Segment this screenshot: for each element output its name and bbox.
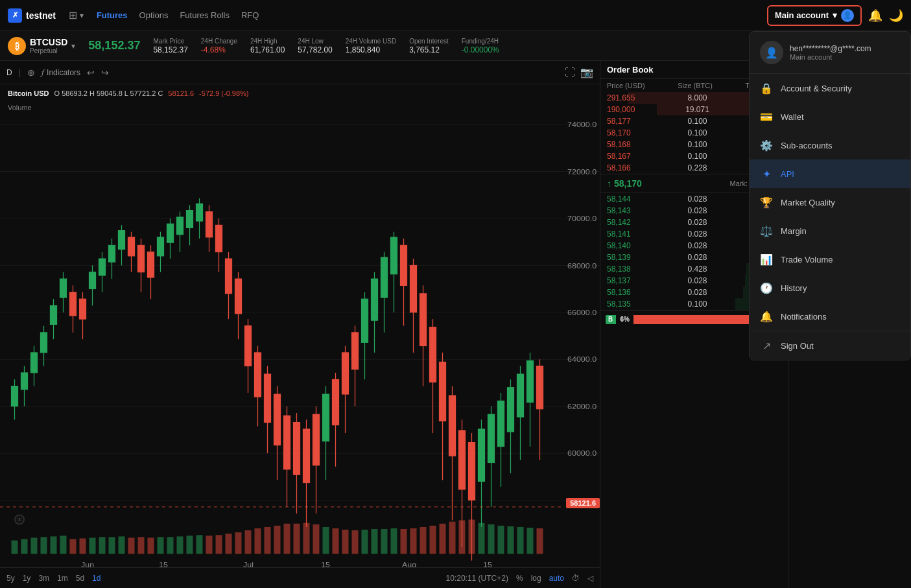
dd-item-margin[interactable]: ⚖️ Margin: [750, 217, 910, 245]
svg-rect-43: [128, 237, 135, 256]
sell-price: 58,168: [607, 140, 652, 149]
svg-rect-155: [206, 535, 213, 554]
dd-item-notifications[interactable]: 🔔 Notifications: [750, 302, 910, 331]
sell-price: 58,166: [607, 163, 652, 172]
fullscreen-icon[interactable]: ⛶: [565, 67, 575, 78]
svg-rect-63: [226, 259, 232, 294]
dropdown-user-email: hen*********@g****.com: [790, 44, 871, 53]
account-security-icon: 🔒: [760, 82, 773, 95]
crosshair-icon[interactable]: ⊕: [27, 67, 35, 78]
svg-text:74000.0: 74000.0: [567, 121, 597, 128]
chart-area: D | ⊕ 𝑓 Indicators ↩ ↪ ⛶ 📷 Bitcoin USD O…: [0, 61, 600, 588]
dd-item-account-security[interactable]: 🔒 Account & Security: [750, 74, 910, 102]
svg-rect-149: [148, 537, 154, 554]
high-label: 24H High: [250, 38, 285, 45]
nav-link-rfq[interactable]: RFQ: [241, 10, 259, 20]
svg-rect-189: [537, 528, 543, 554]
log-label[interactable]: log: [531, 574, 541, 583]
timeframe-1d[interactable]: 1d: [92, 574, 101, 583]
dd-item-history[interactable]: 🕐 History: [750, 274, 910, 302]
dd-item-trade-volume[interactable]: 📊 Trade Volume: [750, 245, 910, 274]
volume-value: 1,850,840: [346, 45, 396, 54]
chart-toolbar: D | ⊕ 𝑓 Indicators ↩ ↪ ⛶ 📷: [0, 61, 600, 84]
svg-rect-87: [342, 353, 349, 394]
wallet-icon: 💳: [760, 110, 773, 123]
nav-link-options[interactable]: Options: [139, 10, 169, 20]
funding-label: Funding/24H: [462, 38, 499, 45]
svg-rect-152: [177, 536, 183, 554]
svg-rect-174: [391, 528, 397, 554]
timeframe-1y[interactable]: 1y: [23, 574, 31, 583]
ticker-symbol[interactable]: ₿ BTCUSD Perpetual ▾: [8, 37, 75, 55]
dd-item-sub-accounts[interactable]: ⚙️ Sub-accounts: [750, 131, 910, 159]
dd-item-wallet[interactable]: 💳 Wallet: [750, 102, 910, 131]
undo-icon[interactable]: ↩: [87, 67, 95, 78]
svg-text:Jun: Jun: [81, 561, 94, 567]
nav-link-futures[interactable]: Futures: [97, 10, 128, 20]
buy-size: 0.028: [675, 241, 720, 250]
logo[interactable]: ✗ testnet: [8, 8, 56, 23]
svg-text:66000.0: 66000.0: [567, 309, 597, 316]
svg-rect-117: [488, 414, 495, 462]
chart-ohlc-values: O 58693.2 H 59045.8 L 57721.2 C: [54, 89, 163, 97]
svg-rect-97: [391, 237, 397, 274]
svg-rect-69: [255, 353, 261, 397]
main-account-button[interactable]: Main account ▾ 👤: [767, 5, 862, 26]
svg-rect-103: [420, 294, 427, 346]
nav-link-futures-rolls[interactable]: Futures Rolls: [180, 10, 230, 20]
account-dropdown: 👤 hen*********@g****.com Main account 🔒 …: [749, 31, 911, 360]
ob-col-size: Size (BTC): [678, 82, 713, 89]
timeframe-1m[interactable]: 1m: [57, 574, 68, 583]
svg-rect-115: [479, 429, 485, 482]
svg-text:68000.0: 68000.0: [567, 262, 597, 269]
chart-svg: 74000.0 72000.0 70000.0 68000.0 66000.0 …: [0, 84, 600, 567]
dropdown-user-info: hen*********@g****.com Main account: [790, 44, 871, 61]
indicators-label: Indicators: [47, 68, 80, 77]
chart-ohlc-info: Bitcoin USD O 58693.2 H 59045.8 L 57721.…: [8, 89, 249, 97]
svg-rect-140: [60, 535, 67, 554]
svg-rect-33: [80, 299, 86, 319]
svg-rect-71: [265, 374, 271, 423]
dd-label-api: API: [781, 169, 794, 179]
svg-rect-145: [109, 537, 115, 554]
dd-item-market-quality[interactable]: 🏆 Market Quality: [750, 188, 910, 217]
chart-volume-label: Volume: [8, 104, 32, 112]
svg-rect-19: [12, 386, 18, 406]
dd-item-sign-out[interactable]: ↗ Sign Out: [750, 331, 910, 360]
svg-rect-156: [216, 535, 222, 554]
svg-rect-181: [459, 521, 466, 554]
timeframe-5d[interactable]: 5d: [76, 574, 84, 583]
chart-timeframe-selector[interactable]: D: [6, 68, 12, 77]
dd-label-trade-volume: Trade Volume: [781, 255, 833, 265]
buy-size: 0.028: [675, 276, 720, 285]
svg-rect-164: [294, 524, 300, 554]
svg-rect-182: [469, 520, 475, 554]
low-label: 24H Low: [298, 38, 332, 45]
camera-icon[interactable]: 📷: [580, 66, 593, 78]
expand-left-icon[interactable]: ◁: [587, 574, 593, 583]
mark-price-value: 58,152.37: [153, 45, 187, 54]
sell-price: 58,167: [607, 152, 652, 161]
redo-icon[interactable]: ↪: [101, 67, 109, 78]
user-avatar-icon: 👤: [841, 9, 854, 22]
ticker-symbol-info: BTCUSD Perpetual: [30, 37, 67, 54]
svg-rect-173: [381, 529, 388, 554]
svg-rect-171: [362, 530, 368, 554]
timeframe-3m[interactable]: 3m: [38, 574, 49, 583]
sell-price: 58,177: [607, 117, 652, 126]
timeframe-5y[interactable]: 5y: [6, 574, 15, 583]
auto-label[interactable]: auto: [549, 574, 564, 583]
percent-icon[interactable]: %: [516, 574, 523, 583]
svg-rect-144: [99, 537, 106, 554]
moon-icon[interactable]: 🌙: [889, 8, 903, 23]
buy-size: 0.028: [675, 253, 720, 262]
bell-icon[interactable]: 🔔: [868, 8, 882, 23]
indicators-button[interactable]: 𝑓 Indicators: [41, 67, 80, 78]
grid-menu-btn[interactable]: ⊞ ▾: [69, 9, 84, 21]
clock-icon: ⏱: [572, 574, 580, 583]
svg-rect-57: [196, 204, 203, 221]
ticker-low: 24H Low 57,782.00: [298, 38, 332, 54]
btc-icon: ₿: [8, 37, 26, 55]
dd-item-api[interactable]: ✦ API: [750, 159, 910, 188]
nav-right: Main account ▾ 👤 🔔 🌙: [767, 5, 903, 26]
